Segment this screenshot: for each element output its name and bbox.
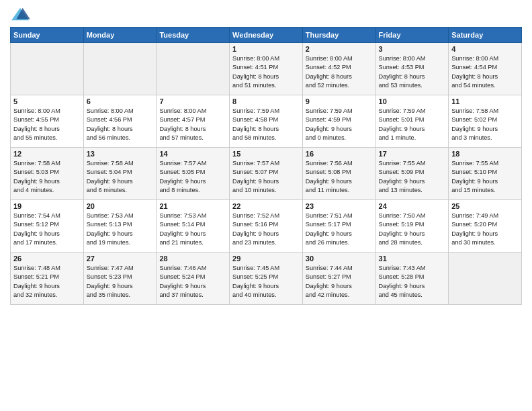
calendar-cell: 9Sunrise: 7:59 AM Sunset: 4:59 PM Daylig…	[302, 95, 375, 148]
calendar-cell: 28Sunrise: 7:46 AM Sunset: 5:24 PM Dayli…	[157, 253, 230, 305]
day-info: Sunrise: 7:43 AM Sunset: 5:28 PM Dayligh…	[379, 264, 446, 300]
day-number: 23	[306, 202, 373, 210]
day-info: Sunrise: 7:56 AM Sunset: 5:08 PM Dayligh…	[306, 159, 373, 195]
calendar-cell: 14Sunrise: 7:57 AM Sunset: 5:05 PM Dayli…	[157, 148, 230, 200]
header-row: SundayMondayTuesdayWednesdayThursdayFrid…	[11, 28, 522, 43]
day-info: Sunrise: 8:00 AM Sunset: 4:53 PM Dayligh…	[379, 54, 446, 90]
calendar-cell: 26Sunrise: 7:48 AM Sunset: 5:21 PM Dayli…	[11, 253, 84, 305]
day-info: Sunrise: 7:52 AM Sunset: 5:16 PM Dayligh…	[232, 212, 300, 247]
day-info: Sunrise: 8:00 AM Sunset: 4:52 PM Dayligh…	[306, 54, 373, 90]
day-number: 10	[379, 97, 446, 105]
day-number: 28	[159, 255, 226, 263]
day-info: Sunrise: 7:59 AM Sunset: 5:01 PM Dayligh…	[379, 107, 446, 142]
calendar-cell: 19Sunrise: 7:54 AM Sunset: 5:12 PM Dayli…	[11, 200, 84, 253]
calendar-cell: 7Sunrise: 8:00 AM Sunset: 4:57 PM Daylig…	[157, 95, 230, 148]
day-info: Sunrise: 7:50 AM Sunset: 5:19 PM Dayligh…	[379, 212, 446, 247]
calendar-cell: 17Sunrise: 7:55 AM Sunset: 5:09 PM Dayli…	[375, 148, 449, 200]
weekday-header: Monday	[83, 28, 157, 43]
day-number: 30	[306, 255, 373, 263]
day-info: Sunrise: 7:44 AM Sunset: 5:27 PM Dayligh…	[306, 264, 373, 300]
day-number: 27	[87, 255, 154, 263]
calendar-table: SundayMondayTuesdayWednesdayThursdayFrid…	[10, 27, 522, 305]
day-info: Sunrise: 7:45 AM Sunset: 5:25 PM Dayligh…	[232, 264, 300, 300]
logo	[10, 7, 33, 23]
calendar-cell	[83, 43, 157, 95]
calendar-week-row: 1Sunrise: 8:00 AM Sunset: 4:51 PM Daylig…	[11, 43, 522, 95]
day-info: Sunrise: 8:00 AM Sunset: 4:51 PM Dayligh…	[232, 54, 300, 90]
day-info: Sunrise: 8:00 AM Sunset: 4:54 PM Dayligh…	[451, 54, 519, 90]
day-info: Sunrise: 7:59 AM Sunset: 4:59 PM Dayligh…	[306, 107, 373, 142]
calendar-cell: 6Sunrise: 8:00 AM Sunset: 4:56 PM Daylig…	[83, 95, 157, 148]
calendar-cell: 12Sunrise: 7:58 AM Sunset: 5:03 PM Dayli…	[11, 148, 84, 200]
day-number: 31	[379, 255, 446, 263]
day-info: Sunrise: 7:51 AM Sunset: 5:17 PM Dayligh…	[306, 212, 373, 247]
calendar-cell	[157, 43, 230, 95]
calendar-cell: 16Sunrise: 7:56 AM Sunset: 5:08 PM Dayli…	[302, 148, 375, 200]
day-number: 29	[232, 255, 300, 263]
calendar-week-row: 26Sunrise: 7:48 AM Sunset: 5:21 PM Dayli…	[11, 253, 522, 305]
day-info: Sunrise: 8:00 AM Sunset: 4:56 PM Dayligh…	[87, 107, 154, 142]
calendar-cell	[11, 43, 84, 95]
day-number: 22	[232, 202, 300, 210]
calendar-week-row: 12Sunrise: 7:58 AM Sunset: 5:03 PM Dayli…	[11, 148, 522, 200]
weekday-header: Tuesday	[157, 28, 230, 43]
calendar-cell: 29Sunrise: 7:45 AM Sunset: 5:25 PM Dayli…	[230, 253, 303, 305]
day-number: 4	[451, 45, 519, 53]
day-number: 18	[451, 150, 519, 158]
weekday-header: Saturday	[449, 28, 522, 43]
day-info: Sunrise: 7:58 AM Sunset: 5:04 PM Dayligh…	[87, 159, 154, 195]
calendar-cell: 8Sunrise: 7:59 AM Sunset: 4:58 PM Daylig…	[230, 95, 303, 148]
day-info: Sunrise: 7:55 AM Sunset: 5:09 PM Dayligh…	[379, 159, 446, 195]
day-number: 19	[13, 202, 81, 210]
weekday-header: Wednesday	[230, 28, 303, 43]
day-number: 8	[232, 97, 300, 105]
weekday-header: Sunday	[11, 28, 84, 43]
day-info: Sunrise: 7:57 AM Sunset: 5:05 PM Dayligh…	[159, 159, 226, 195]
day-number: 2	[306, 45, 373, 53]
day-info: Sunrise: 7:53 AM Sunset: 5:13 PM Dayligh…	[87, 212, 154, 247]
calendar-header: SundayMondayTuesdayWednesdayThursdayFrid…	[11, 28, 522, 43]
day-number: 1	[232, 45, 300, 53]
day-number: 15	[232, 150, 300, 158]
day-info: Sunrise: 7:46 AM Sunset: 5:24 PM Dayligh…	[159, 264, 226, 300]
page: SundayMondayTuesdayWednesdayThursdayFrid…	[0, 0, 532, 411]
calendar-body: 1Sunrise: 8:00 AM Sunset: 4:51 PM Daylig…	[11, 43, 522, 305]
calendar-cell	[449, 253, 522, 305]
day-info: Sunrise: 7:47 AM Sunset: 5:23 PM Dayligh…	[87, 264, 154, 300]
calendar-cell: 18Sunrise: 7:55 AM Sunset: 5:10 PM Dayli…	[449, 148, 522, 200]
calendar-cell: 13Sunrise: 7:58 AM Sunset: 5:04 PM Dayli…	[83, 148, 157, 200]
calendar-cell: 23Sunrise: 7:51 AM Sunset: 5:17 PM Dayli…	[302, 200, 375, 253]
day-number: 3	[379, 45, 446, 53]
calendar-cell: 21Sunrise: 7:53 AM Sunset: 5:14 PM Dayli…	[157, 200, 230, 253]
calendar-week-row: 5Sunrise: 8:00 AM Sunset: 4:55 PM Daylig…	[11, 95, 522, 148]
day-number: 25	[451, 202, 519, 210]
day-number: 24	[379, 202, 446, 210]
day-number: 17	[379, 150, 446, 158]
day-number: 12	[13, 150, 81, 158]
day-number: 5	[13, 97, 81, 105]
day-number: 14	[159, 150, 226, 158]
day-info: Sunrise: 7:59 AM Sunset: 4:58 PM Dayligh…	[232, 107, 300, 142]
day-info: Sunrise: 8:00 AM Sunset: 4:55 PM Dayligh…	[13, 107, 81, 142]
day-number: 13	[87, 150, 154, 158]
calendar-cell: 4Sunrise: 8:00 AM Sunset: 4:54 PM Daylig…	[449, 43, 522, 95]
day-number: 20	[87, 202, 154, 210]
day-info: Sunrise: 7:49 AM Sunset: 5:20 PM Dayligh…	[451, 212, 519, 247]
calendar-cell: 1Sunrise: 8:00 AM Sunset: 4:51 PM Daylig…	[230, 43, 303, 95]
header	[10, 7, 522, 23]
calendar-cell: 20Sunrise: 7:53 AM Sunset: 5:13 PM Dayli…	[83, 200, 157, 253]
calendar-cell: 11Sunrise: 7:58 AM Sunset: 5:02 PM Dayli…	[449, 95, 522, 148]
calendar-cell: 31Sunrise: 7:43 AM Sunset: 5:28 PM Dayli…	[375, 253, 449, 305]
day-info: Sunrise: 7:48 AM Sunset: 5:21 PM Dayligh…	[13, 264, 81, 300]
day-info: Sunrise: 7:55 AM Sunset: 5:10 PM Dayligh…	[451, 159, 519, 195]
logo-icon	[10, 7, 30, 23]
weekday-header: Friday	[375, 28, 449, 43]
day-number: 21	[159, 202, 226, 210]
day-number: 16	[306, 150, 373, 158]
day-info: Sunrise: 7:54 AM Sunset: 5:12 PM Dayligh…	[13, 212, 81, 247]
calendar-cell: 25Sunrise: 7:49 AM Sunset: 5:20 PM Dayli…	[449, 200, 522, 253]
calendar-cell: 5Sunrise: 8:00 AM Sunset: 4:55 PM Daylig…	[11, 95, 84, 148]
day-info: Sunrise: 7:57 AM Sunset: 5:07 PM Dayligh…	[232, 159, 300, 195]
day-number: 9	[306, 97, 373, 105]
day-number: 6	[87, 97, 154, 105]
